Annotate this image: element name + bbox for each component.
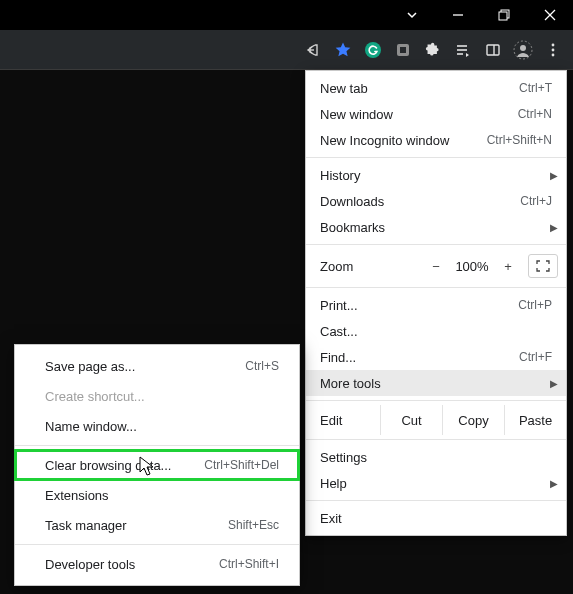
menu-item-history[interactable]: History ▶ xyxy=(306,162,566,188)
kebab-menu-icon[interactable] xyxy=(539,36,567,64)
minimize-button[interactable] xyxy=(435,0,481,30)
svg-point-16 xyxy=(552,48,555,51)
menu-shortcut: Ctrl+J xyxy=(520,194,552,208)
zoom-out-button[interactable]: − xyxy=(422,259,450,274)
menu-item-exit[interactable]: Exit xyxy=(306,505,566,531)
menu-separator xyxy=(15,445,299,446)
menu-item-cast[interactable]: Cast... xyxy=(306,318,566,344)
svg-rect-2 xyxy=(499,12,507,20)
submenu-arrow-icon: ▶ xyxy=(550,378,558,389)
menu-label: Find... xyxy=(320,350,356,365)
menu-label: Settings xyxy=(320,450,367,465)
submenu-item-developer-tools[interactable]: Developer tools Ctrl+Shift+I xyxy=(15,549,299,579)
menu-shortcut: Ctrl+F xyxy=(519,350,552,364)
svg-point-14 xyxy=(520,45,526,51)
menu-label: Extensions xyxy=(45,488,109,503)
menu-separator xyxy=(15,544,299,545)
main-menu: New tab Ctrl+T New window Ctrl+N New Inc… xyxy=(305,70,567,536)
more-tools-submenu: Save page as... Ctrl+S Create shortcut..… xyxy=(14,344,300,586)
menu-item-find[interactable]: Find... Ctrl+F xyxy=(306,344,566,370)
menu-label: New tab xyxy=(320,81,368,96)
grammarly-icon[interactable] xyxy=(359,36,387,64)
maximize-button[interactable] xyxy=(481,0,527,30)
submenu-arrow-icon: ▶ xyxy=(550,478,558,489)
submenu-item-save-page[interactable]: Save page as... Ctrl+S xyxy=(15,351,299,381)
menu-shortcut: Ctrl+S xyxy=(245,359,279,373)
media-list-icon[interactable] xyxy=(449,36,477,64)
submenu-item-name-window[interactable]: Name window... xyxy=(15,411,299,441)
svg-point-15 xyxy=(552,43,555,46)
submenu-item-create-shortcut: Create shortcut... xyxy=(15,381,299,411)
menu-label: Print... xyxy=(320,298,358,313)
menu-shortcut: Ctrl+Shift+I xyxy=(219,557,279,571)
edit-paste-button[interactable]: Paste xyxy=(504,405,566,435)
zoom-value: 100% xyxy=(450,259,494,274)
menu-shortcut: Ctrl+T xyxy=(519,81,552,95)
sidepanel-icon[interactable] xyxy=(479,36,507,64)
menu-item-settings[interactable]: Settings xyxy=(306,444,566,470)
menu-separator xyxy=(306,157,566,158)
menu-label: Clear browsing data... xyxy=(45,458,171,473)
menu-label: Zoom xyxy=(320,259,422,274)
window-titlebar xyxy=(0,0,573,30)
menu-shortcut: Ctrl+Shift+Del xyxy=(204,458,279,472)
menu-label: Bookmarks xyxy=(320,220,385,235)
menu-item-new-window[interactable]: New window Ctrl+N xyxy=(306,101,566,127)
menu-separator xyxy=(306,287,566,288)
menu-label: History xyxy=(320,168,360,183)
submenu-item-clear-browsing-data[interactable]: Clear browsing data... Ctrl+Shift+Del xyxy=(15,450,299,480)
close-button[interactable] xyxy=(527,0,573,30)
star-icon[interactable] xyxy=(329,36,357,64)
extension-icon[interactable] xyxy=(389,36,417,64)
menu-shortcut: Ctrl+P xyxy=(518,298,552,312)
menu-shortcut: Ctrl+Shift+N xyxy=(487,133,552,147)
zoom-in-button[interactable]: + xyxy=(494,259,522,274)
menu-label: Developer tools xyxy=(45,557,135,572)
menu-label: Create shortcut... xyxy=(45,389,145,404)
menu-label: Downloads xyxy=(320,194,384,209)
menu-label: New Incognito window xyxy=(320,133,449,148)
edit-cut-button[interactable]: Cut xyxy=(380,405,442,435)
menu-separator xyxy=(306,439,566,440)
menu-label: Cast... xyxy=(320,324,358,339)
extensions-puzzle-icon[interactable] xyxy=(419,36,447,64)
menu-item-downloads[interactable]: Downloads Ctrl+J xyxy=(306,188,566,214)
edit-copy-button[interactable]: Copy xyxy=(442,405,504,435)
menu-item-zoom: Zoom − 100% + xyxy=(306,249,566,283)
tab-dropdown-button[interactable] xyxy=(389,0,435,30)
menu-label: More tools xyxy=(320,376,381,391)
menu-item-new-incognito[interactable]: New Incognito window Ctrl+Shift+N xyxy=(306,127,566,153)
svg-rect-7 xyxy=(400,47,406,53)
svg-point-17 xyxy=(552,53,555,56)
browser-toolbar xyxy=(0,30,573,70)
menu-item-more-tools[interactable]: More tools ▶ xyxy=(306,370,566,396)
menu-separator xyxy=(306,244,566,245)
submenu-item-task-manager[interactable]: Task manager Shift+Esc xyxy=(15,510,299,540)
profile-avatar-icon[interactable] xyxy=(509,36,537,64)
menu-label: Help xyxy=(320,476,347,491)
menu-item-bookmarks[interactable]: Bookmarks ▶ xyxy=(306,214,566,240)
menu-shortcut: Ctrl+N xyxy=(518,107,552,121)
svg-rect-11 xyxy=(487,45,499,55)
menu-shortcut: Shift+Esc xyxy=(228,518,279,532)
menu-item-help[interactable]: Help ▶ xyxy=(306,470,566,496)
menu-label: Exit xyxy=(320,511,342,526)
menu-label: Save page as... xyxy=(45,359,135,374)
share-icon[interactable] xyxy=(299,36,327,64)
menu-label: New window xyxy=(320,107,393,122)
submenu-arrow-icon: ▶ xyxy=(550,170,558,181)
menu-item-new-tab[interactable]: New tab Ctrl+T xyxy=(306,75,566,101)
menu-separator xyxy=(306,500,566,501)
submenu-arrow-icon: ▶ xyxy=(550,222,558,233)
menu-item-print[interactable]: Print... Ctrl+P xyxy=(306,292,566,318)
menu-label: Task manager xyxy=(45,518,127,533)
menu-label: Edit xyxy=(320,413,380,428)
menu-separator xyxy=(306,400,566,401)
submenu-item-extensions[interactable]: Extensions xyxy=(15,480,299,510)
svg-point-5 xyxy=(365,42,381,58)
menu-label: Name window... xyxy=(45,419,137,434)
fullscreen-button[interactable] xyxy=(528,254,558,278)
menu-item-edit: Edit Cut Copy Paste xyxy=(306,405,566,435)
